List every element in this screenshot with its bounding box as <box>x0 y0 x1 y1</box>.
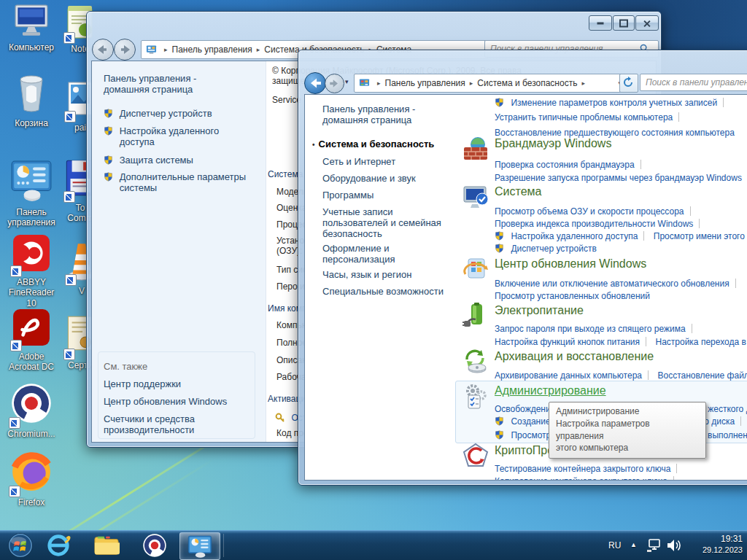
start-button[interactable] <box>4 532 36 559</box>
sidebar-item-appearance[interactable]: Оформление и персонализация <box>322 243 395 265</box>
sidebar-item-system-protection[interactable]: Защита системы <box>104 155 193 166</box>
sidebar-item-device-manager[interactable]: Диспетчер устройств <box>104 108 212 119</box>
section-heading-windows-update[interactable]: Центр обновления Windows <box>495 257 646 271</box>
sidebar-item-network-internet[interactable]: Сеть и Интернет <box>322 156 395 167</box>
desktop-icon-label: Chromium... <box>3 429 60 439</box>
link-computer-name[interactable]: Просмотр имени этого компьютера <box>654 231 747 241</box>
divider <box>648 370 649 380</box>
address-bar[interactable]: ▸ Панель управления ▸ Система и безопасн… <box>354 74 627 93</box>
breadcrumb-control-panel[interactable]: Панель управления <box>172 44 252 55</box>
link-view-ram-cpu[interactable]: Просмотр объема ОЗУ и скорости процессор… <box>495 206 684 217</box>
sidebar-item-user-accounts[interactable]: Учетные записи пользователей и семейная … <box>322 206 441 239</box>
shortcut-arrow-icon <box>63 349 75 360</box>
link-system-restore[interactable]: Восстановление предшествующего состояния… <box>495 128 735 138</box>
link-wake-password[interactable]: Запрос пароля при выходе из спящего режи… <box>495 324 686 334</box>
sidebar-item-label: Система и безопасность <box>319 139 435 149</box>
divider <box>643 231 644 241</box>
language-indicator[interactable]: RU <box>608 540 621 551</box>
arrow-right-icon <box>325 74 344 93</box>
clock-time[interactable]: 19:31 <box>686 534 743 544</box>
uac-shield-icon <box>495 230 504 241</box>
clock-date[interactable]: 29.12.2023 <box>678 545 743 554</box>
breadcrumb-control-panel[interactable]: Панель управления <box>385 78 465 88</box>
back-button[interactable] <box>304 72 326 94</box>
section-heading-system[interactable]: Система <box>495 185 541 198</box>
forward-button[interactable] <box>325 74 344 93</box>
uac-shield-icon <box>104 125 113 136</box>
desktop-icon-recycle-bin[interactable]: Корзина <box>3 70 60 128</box>
sidebar-item-support-center[interactable]: Центр поддержки <box>104 378 181 389</box>
shortcut-arrow-icon <box>10 265 22 277</box>
shortcut-arrow-icon <box>63 191 75 203</box>
sidebar-home-link[interactable]: Панель управления - домашняя страница <box>104 73 196 95</box>
sidebar-item-performance-counters[interactable]: Счетчики и средства производительности <box>104 413 195 435</box>
nav-history-chevron-icon[interactable]: ▾ <box>345 78 349 85</box>
sidebar-item-remote-access[interactable]: Настройка удаленного доступа <box>104 125 219 147</box>
taskbar-ie-button[interactable] <box>42 532 74 559</box>
back-button[interactable] <box>92 39 114 61</box>
taskbar-divider <box>223 534 224 557</box>
link-sleep-settings[interactable]: Настройка перехода в спящий режим <box>655 337 747 347</box>
breadcrumb-system-security[interactable]: Система и безопасность <box>477 78 577 88</box>
link-troubleshoot[interactable]: Устранить типичные проблемы компьютера <box>495 112 673 122</box>
sidebar-item-ease-of-access[interactable]: Специальные возможности <box>322 286 444 297</box>
link-performance-index[interactable]: Проверка индекса производительности Wind… <box>495 219 693 229</box>
link-test-key-container[interactable]: Тестирование контейнера закрытого ключа <box>495 464 670 474</box>
close-button[interactable] <box>635 15 659 31</box>
crumb-sep-icon: ▸ <box>257 46 260 53</box>
desktop-icon-label: Компьютер <box>3 42 60 52</box>
sidebar-home-link[interactable]: Панель управления - домашняя страница <box>322 104 415 125</box>
tooltip-description: Настройка параметров управления этого ко… <box>556 418 699 454</box>
desktop-icon-acrobat[interactable]: Adobe Acrobat DC <box>3 308 60 373</box>
link-restore-files[interactable]: Восстановление файлов из архива <box>657 370 747 381</box>
section-heading-admin[interactable]: Администрирование <box>495 384 606 397</box>
section-heading-firewall[interactable]: Брандмауэр Windows <box>495 137 611 150</box>
sidebar-item-label: Дополнительные параметры системы <box>120 171 247 193</box>
firefox-icon <box>10 451 53 496</box>
search-input[interactable] <box>640 74 747 91</box>
section-heading-power[interactable]: Электропитание <box>495 304 584 317</box>
link-power-buttons[interactable]: Настройка функций кнопок питания <box>495 337 640 347</box>
taskbar-control-panel-button-active[interactable] <box>179 532 220 560</box>
link-installed-updates[interactable]: Просмотр установленных обновлений <box>495 291 650 301</box>
divider <box>640 160 641 169</box>
link-firewall-status[interactable]: Проверка состояния брандмауэра <box>495 160 635 170</box>
show-hidden-icons-button[interactable]: ▲ <box>630 541 637 548</box>
desktop-icon-abbyy[interactable]: ABBYY FineReader 10 <box>3 233 60 308</box>
uac-shield-icon <box>104 171 113 182</box>
chromium-icon <box>10 382 53 427</box>
refresh-button[interactable] <box>619 74 638 93</box>
link-auto-update-toggle[interactable]: Включение или отключение автоматического… <box>495 279 729 289</box>
maximize-button[interactable] <box>613 15 635 31</box>
desktop-icon-control-panel[interactable]: Панель управления <box>3 159 60 228</box>
sidebar-item-programs[interactable]: Программы <box>322 190 374 201</box>
minimize-button[interactable] <box>589 15 612 31</box>
forward-button[interactable] <box>114 39 136 61</box>
sidebar-item-system-security-active[interactable]: •Система и безопасность <box>312 139 434 149</box>
uac-shield-icon <box>495 243 504 254</box>
arrow-right-icon <box>115 39 135 60</box>
desktop-icon-chromium[interactable]: Chromium... <box>3 382 60 439</box>
sidebar-item-clock-language[interactable]: Часы, язык и регион <box>322 269 411 280</box>
sidebar-item-hardware-sound[interactable]: Оборудование и звук <box>322 173 416 184</box>
taskbar-chromium-button[interactable] <box>139 532 171 559</box>
link-copy-key-container[interactable]: Копирование контейнера закрытого ключа <box>495 476 667 481</box>
power-options-icon <box>462 302 489 331</box>
link-device-manager[interactable]: Диспетчер устройств <box>511 244 596 254</box>
link-uac-settings[interactable]: Изменение параметров контроля учетных за… <box>511 98 717 108</box>
network-tray-icon[interactable] <box>646 538 662 556</box>
desktop-icon-label: Firefox <box>3 497 60 508</box>
task-row: Архивирование данных компьютера Восстано… <box>495 368 747 381</box>
taskbar-explorer-button[interactable] <box>90 532 123 559</box>
desktop-icon-firefox[interactable]: Firefox <box>3 451 60 508</box>
firewall-icon <box>462 136 489 165</box>
sidebar-item-advanced-settings[interactable]: Дополнительные параметры системы <box>104 171 246 193</box>
link-firewall-allow-program[interactable]: Разрешение запуска программы через бранд… <box>495 173 742 183</box>
desktop-icon-computer[interactable]: Компьютер <box>3 4 60 52</box>
link-backup-data[interactable]: Архивирование данных компьютера <box>495 370 642 381</box>
uac-shield-icon <box>495 97 504 108</box>
desktop-icon-label: Панель управления <box>3 207 60 228</box>
link-remote-access[interactable]: Настройка удаленного доступа <box>511 231 638 241</box>
section-heading-backup[interactable]: Архивация и восстановление <box>495 350 654 363</box>
sidebar-item-windows-update[interactable]: Центр обновления Windows <box>104 396 227 407</box>
